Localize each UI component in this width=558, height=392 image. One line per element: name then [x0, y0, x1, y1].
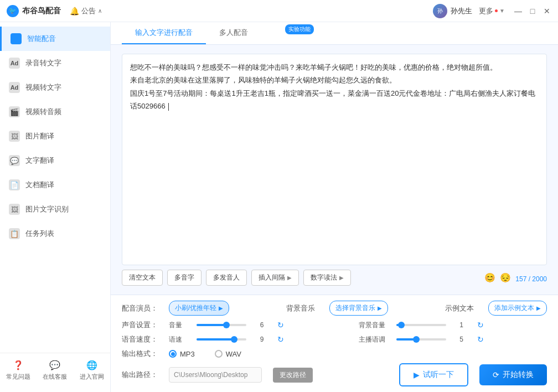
- output-row: 输出路径： 更改路径 ▶ 试听一下 ⟳ 开始转换: [122, 363, 547, 386]
- notification-label: 公告: [81, 6, 96, 16]
- user-name: 孙先生: [451, 6, 472, 16]
- more-label: 更多: [479, 6, 493, 16]
- sidebar: 🎙 智能配音 Ad 录音转文字 Ad 视频转文字 🎬 视频转音频 🖼 图片翻译 …: [0, 22, 111, 392]
- format-mp3-label: MP3: [180, 350, 195, 358]
- bg-music-value: 选择背景音乐: [335, 303, 375, 313]
- sidebar-item-smart-dub[interactable]: 🎙 智能配音: [0, 27, 110, 51]
- speed-label: 语音速度：: [122, 334, 158, 344]
- volume-row: 声音设置： 音量 6 ↻ 背景音量 1: [122, 320, 547, 330]
- speed-fill: [197, 338, 234, 341]
- digit-read-button[interactable]: 数字读法 ▶: [303, 270, 351, 286]
- speed-refresh-icon[interactable]: ↻: [277, 335, 284, 344]
- bg-volume-value: 1: [457, 321, 466, 329]
- official-label: 进入官网: [80, 373, 104, 381]
- tab-input-text[interactable]: 输入文字进行配音: [122, 22, 206, 44]
- bg-volume-thumb[interactable]: [398, 322, 405, 328]
- minimize-button[interactable]: —: [514, 7, 523, 16]
- multi-voice-button[interactable]: 多发音人: [206, 270, 247, 286]
- sidebar-bottom-support[interactable]: 💬 在线客服: [43, 360, 67, 381]
- sidebar-bottom-official[interactable]: 🌐 进入官网: [80, 360, 104, 381]
- voice-settings-label: 声音设置：: [122, 320, 158, 330]
- main-layout: 🎙 智能配音 Ad 录音转文字 Ad 视频转文字 🎬 视频转音频 🖼 图片翻译 …: [0, 22, 558, 392]
- faq-label: 常见问题: [6, 373, 30, 381]
- sidebar-item-label-smart-dub: 智能配音: [27, 34, 56, 44]
- speed-value: 9: [257, 336, 266, 343]
- volume-thumb[interactable]: [223, 322, 230, 328]
- volume-refresh-icon[interactable]: ↻: [277, 321, 284, 329]
- img-translate-icon: 🖼: [9, 131, 20, 142]
- sidebar-bottom: ❓ 常见问题 💬 在线客服 🌐 进入官网: [0, 353, 110, 388]
- cursor: [168, 103, 169, 111]
- sidebar-item-doc-translate[interactable]: 📄 文档翻译: [0, 173, 110, 197]
- volume-slider[interactable]: [197, 324, 246, 326]
- bell-icon: 🔔: [70, 7, 79, 16]
- content-area: 输入文字进行配音 多人配音 实验功能 想吃不一样的美味吗？想感受不一样的味觉冲击…: [111, 22, 558, 392]
- bg-music-button[interactable]: 选择背景音乐 ▶: [329, 301, 388, 316]
- format-mp3-option[interactable]: MP3: [169, 350, 195, 358]
- volume-fill: [197, 324, 226, 326]
- voice-selector[interactable]: 小刷/优推年轻 ▶: [169, 301, 229, 316]
- img-ocr-icon: 🖼: [9, 204, 20, 215]
- anchor-refresh-icon[interactable]: ↻: [477, 335, 484, 344]
- audio-text-icon: Ad: [9, 58, 20, 69]
- smart-dub-icon: 🎙: [11, 33, 22, 44]
- anchor-label: 主播语调: [359, 335, 385, 344]
- emoji-sad-icon[interactable]: 😊: [484, 272, 495, 283]
- editor-wrapper: 想吃不一样的美味吗？想感受不一样的味觉冲击吗？来吃羊蝎子火锅吧！好吃的美味，优惠…: [111, 45, 558, 295]
- sidebar-item-task-list[interactable]: 📋 任务列表: [0, 221, 110, 246]
- maximize-button[interactable]: □: [528, 7, 537, 16]
- voice-row: 配音演员： 小刷/优推年轻 ▶ 背景音乐 选择背景音乐 ▶ 示例文本 添加示例文…: [122, 301, 547, 316]
- emoji-happy-icon[interactable]: 😔: [500, 272, 511, 283]
- poly-char-button[interactable]: 多音字: [167, 270, 202, 286]
- user-area: 孙 孙先生: [433, 4, 472, 18]
- text-editor[interactable]: 想吃不一样的美味吗？想感受不一样的味觉冲击吗？来吃羊蝎子火锅吧！好吃的美味，优惠…: [122, 54, 547, 265]
- wav-radio-icon: [215, 350, 223, 358]
- clear-text-button[interactable]: 清空文本: [122, 270, 163, 286]
- example-text-value: 添加示例文本: [494, 303, 534, 313]
- speed-thumb[interactable]: [231, 336, 237, 343]
- insert-gap-button[interactable]: 插入间隔 ▶: [251, 270, 299, 286]
- sidebar-item-video-text[interactable]: Ad 视频转文字: [0, 75, 110, 100]
- experimental-badge: 实验功能: [285, 24, 314, 34]
- convert-button[interactable]: ⟳ 开始转换: [479, 364, 547, 385]
- tab-multi-voice[interactable]: 多人配音: [206, 22, 261, 44]
- support-label: 在线客服: [43, 373, 67, 381]
- sidebar-item-img-translate[interactable]: 🖼 图片翻译: [0, 124, 110, 148]
- preview-button[interactable]: ▶ 试听一下: [399, 363, 468, 386]
- bg-volume-slider[interactable]: [396, 324, 446, 326]
- task-list-icon: 📋: [9, 228, 20, 239]
- notification-arrow: ∧: [98, 8, 102, 14]
- video-text-icon: Ad: [9, 82, 20, 93]
- anchor-thumb[interactable]: [413, 336, 420, 343]
- change-path-button[interactable]: 更改路径: [273, 368, 313, 383]
- volume-sublabel: 音量: [169, 321, 185, 330]
- official-icon: 🌐: [86, 360, 97, 370]
- sidebar-item-label-text-translate: 文字翻译: [25, 156, 54, 166]
- insert-gap-arrow: ▶: [287, 275, 292, 281]
- sidebar-bottom-faq[interactable]: ❓ 常见问题: [6, 360, 30, 381]
- sidebar-item-label-task-list: 任务列表: [25, 229, 54, 239]
- example-text-button[interactable]: 添加示例文本 ▶: [488, 301, 547, 316]
- sidebar-item-video-audio[interactable]: 🎬 视频转音频: [0, 100, 110, 124]
- editor-toolbar: 清空文本 多音字 多发音人 插入间隔 ▶ 数字读法 ▶ 😊 😔: [122, 265, 547, 290]
- bg-volume-refresh-icon[interactable]: ↻: [477, 321, 484, 329]
- sidebar-item-label-img-ocr: 图片文字识别: [25, 204, 69, 214]
- support-icon: 💬: [49, 360, 60, 370]
- char-count: 157 / 2000: [515, 275, 547, 283]
- anchor-slider[interactable]: [396, 338, 446, 341]
- app-logo: 🐦 布谷鸟配音: [7, 5, 61, 17]
- video-audio-icon: 🎬: [9, 106, 20, 117]
- sidebar-item-audio-text[interactable]: Ad 录音转文字: [0, 51, 110, 75]
- sidebar-item-img-ocr[interactable]: 🖼 图片文字识别: [0, 197, 110, 221]
- more-button[interactable]: 更多 ▼: [479, 6, 505, 16]
- notification-area[interactable]: 🔔 公告 ∧: [70, 6, 102, 16]
- output-path-input[interactable]: [169, 367, 262, 383]
- sidebar-item-text-translate[interactable]: 💬 文字翻译: [0, 148, 110, 173]
- example-text-arrow-icon: ▶: [536, 305, 541, 311]
- close-button[interactable]: ✕: [542, 7, 551, 16]
- format-wav-option[interactable]: WAV: [215, 350, 241, 358]
- speed-slider[interactable]: [197, 338, 246, 341]
- sidebar-item-label-video-audio: 视频转音频: [25, 107, 61, 117]
- preview-label: 试听一下: [423, 370, 454, 380]
- text-translate-icon: 💬: [9, 155, 20, 166]
